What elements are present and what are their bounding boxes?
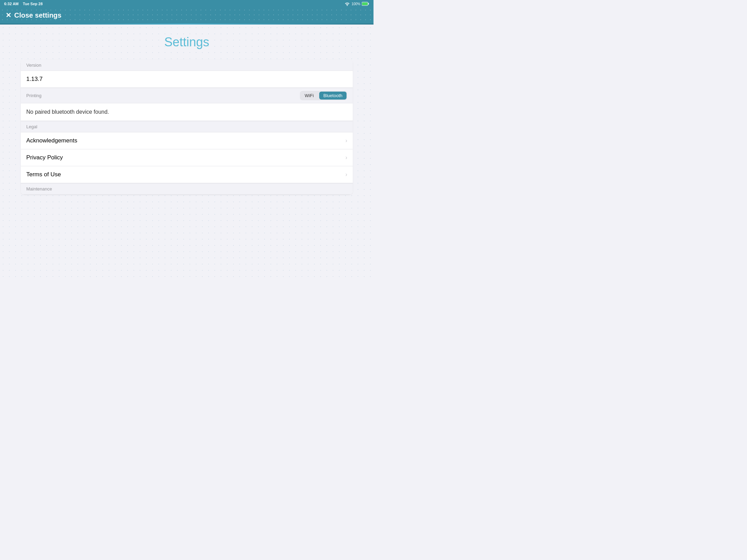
privacy-policy-item[interactable]: Privacy Policy › — [21, 149, 353, 166]
section-header-printing: Printing WiFi Bluetooth — [21, 88, 353, 103]
section-label-maintenance: Maintenance — [26, 186, 52, 192]
acknowledgements-label: Acknowledgements — [26, 137, 77, 144]
section-label-printing: Printing — [26, 93, 42, 98]
time-label: 6:32 AM — [4, 2, 19, 6]
battery-icon — [362, 2, 369, 6]
main-content: Settings Version 1.13.7 Printing WiFi Bl… — [0, 25, 374, 278]
terms-of-use-item[interactable]: Terms of Use › — [21, 166, 353, 183]
section-label-version: Version — [26, 63, 41, 68]
version-value: 1.13.7 — [26, 76, 43, 83]
section-header-legal: Legal — [21, 121, 353, 132]
bluetooth-status-item: No paired bluetooth device found. — [21, 103, 353, 121]
section-header-version: Version — [21, 60, 353, 71]
terms-of-use-label: Terms of Use — [26, 171, 61, 178]
battery-percent: 100% — [351, 2, 360, 6]
svg-rect-2 — [362, 2, 368, 5]
header-bar: ✕ Close settings — [0, 8, 374, 24]
terms-of-use-chevron-icon: › — [345, 171, 347, 178]
wifi-toggle-button[interactable]: WiFi — [301, 92, 318, 100]
section-header-maintenance: Maintenance — [21, 183, 353, 195]
acknowledgements-chevron-icon: › — [345, 138, 347, 144]
status-time: 6:32 AM Tue Sep 28 — [4, 2, 43, 6]
version-value-item: 1.13.7 — [21, 71, 353, 88]
bluetooth-toggle-button[interactable]: Bluetooth — [319, 92, 347, 100]
date-label: Tue Sep 28 — [23, 2, 43, 6]
page-title: Settings — [21, 35, 353, 49]
section-label-legal: Legal — [26, 124, 37, 129]
print-toggle[interactable]: WiFi Bluetooth — [300, 91, 347, 100]
wifi-icon — [344, 2, 350, 6]
settings-list: Version 1.13.7 Printing WiFi Bluetooth N… — [21, 60, 353, 195]
privacy-policy-label: Privacy Policy — [26, 154, 63, 161]
acknowledgements-item[interactable]: Acknowledgements › — [21, 132, 353, 149]
svg-rect-1 — [368, 3, 369, 5]
close-label: Close settings — [14, 11, 62, 19]
status-bar: 6:32 AM Tue Sep 28 100% — [0, 0, 374, 8]
privacy-policy-chevron-icon: › — [345, 155, 347, 161]
close-icon: ✕ — [6, 11, 11, 19]
close-settings-button[interactable]: ✕ Close settings — [6, 11, 368, 19]
status-icons: 100% — [344, 2, 369, 6]
bluetooth-status-text: No paired bluetooth device found. — [26, 109, 109, 115]
